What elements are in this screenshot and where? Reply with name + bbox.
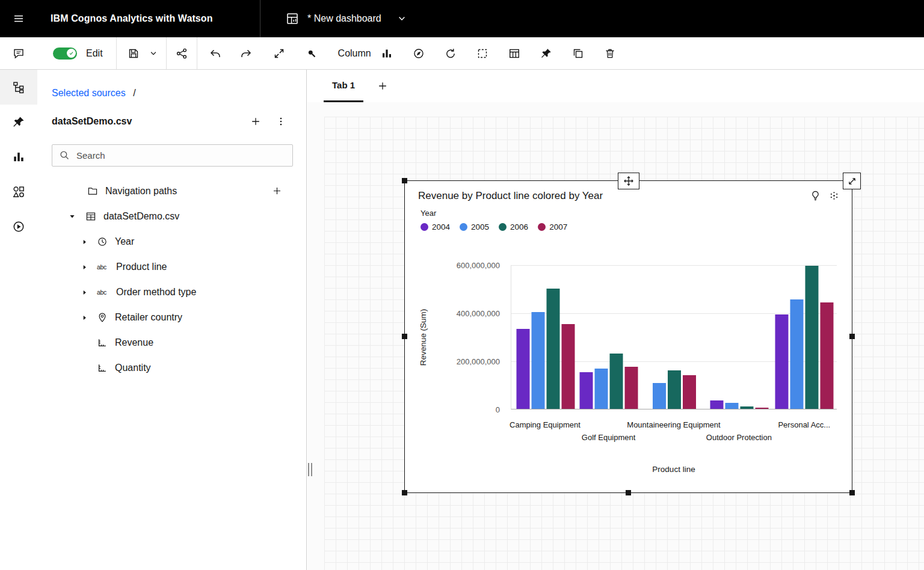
breadcrumb-selected-sources-link[interactable]: Selected sources	[52, 88, 126, 98]
save-button[interactable]	[122, 41, 146, 66]
fullscreen-button[interactable]	[267, 41, 291, 66]
add-tab-button[interactable]	[374, 78, 391, 94]
show-data-table-button[interactable]	[502, 41, 526, 66]
bar[interactable]	[820, 302, 833, 409]
assistant-chat-button[interactable]	[0, 37, 37, 70]
toolbar-divider	[197, 37, 197, 69]
bar[interactable]	[740, 406, 753, 409]
plus-icon	[250, 116, 261, 127]
select-region-button[interactable]	[470, 41, 494, 66]
bar[interactable]	[561, 324, 574, 409]
widget-move-handle[interactable]	[618, 173, 639, 189]
lightbulb-icon[interactable]	[810, 190, 821, 201]
tab-bar: Tab 1	[307, 70, 924, 102]
ai-explore-icon[interactable]	[828, 190, 840, 201]
rail-item-widgets[interactable]	[0, 174, 37, 209]
legend-label: 2006	[510, 222, 528, 231]
caret-right-icon[interactable]	[79, 314, 89, 322]
panel-resize-grip[interactable]	[308, 463, 312, 476]
redo-button[interactable]	[234, 41, 258, 66]
save-options-button[interactable]	[146, 41, 161, 66]
bar[interactable]	[516, 329, 529, 409]
duplicate-button[interactable]	[566, 41, 590, 66]
dataset-overflow-menu-button[interactable]	[273, 113, 289, 130]
tree-item-dataset[interactable]: dataSetDemo.csv	[37, 204, 306, 229]
bar[interactable]	[668, 370, 681, 409]
bar[interactable]	[546, 289, 559, 409]
tree-item-quantity[interactable]: Quantity	[37, 355, 306, 381]
tree-item-product-line[interactable]: abc Product line	[37, 254, 306, 280]
legend-item[interactable]: 2006	[499, 222, 528, 231]
legend-item[interactable]: 2005	[460, 222, 489, 231]
resize-handle-bottom-left[interactable]	[402, 490, 407, 495]
tree-item-revenue[interactable]: Revenue	[37, 330, 306, 355]
bar[interactable]	[755, 408, 768, 409]
tab-1[interactable]: Tab 1	[324, 70, 363, 102]
dashboard-switcher[interactable]: * New dashboard	[260, 12, 407, 25]
bar[interactable]	[610, 354, 623, 409]
chart-type-button[interactable]	[375, 41, 399, 66]
chart-legend: Year 2004200520062007	[420, 209, 567, 231]
bar[interactable]	[725, 403, 738, 409]
legend-swatch	[460, 223, 467, 231]
caret-right-icon[interactable]	[79, 289, 89, 296]
legend-item[interactable]: 2007	[538, 222, 567, 231]
bar[interactable]	[790, 299, 803, 409]
bar[interactable]	[805, 266, 818, 409]
menu-icon	[13, 13, 25, 25]
caret-right-icon[interactable]	[79, 263, 89, 271]
rail-item-visualizations[interactable]	[0, 139, 37, 174]
rail-item-sources[interactable]	[0, 70, 37, 105]
expand-widget-icon	[847, 176, 857, 186]
pointer-mode-button[interactable]	[300, 41, 324, 66]
bar[interactable]	[531, 312, 544, 409]
move-icon	[623, 176, 634, 186]
legend-swatch	[538, 223, 546, 231]
tree-item-navigation-paths[interactable]: Navigation paths	[37, 179, 306, 204]
add-navigation-path-button[interactable]	[272, 186, 282, 196]
tree-item-retailer-country[interactable]: Retailer country	[37, 305, 306, 330]
dashboard-canvas[interactable]: Revenue by Product line colored by Year …	[307, 102, 924, 570]
bar[interactable]	[625, 367, 638, 409]
resize-handle-bottom-right[interactable]	[849, 490, 855, 495]
resize-handle-top-left[interactable]	[402, 178, 407, 183]
pin-widget-button[interactable]	[534, 41, 558, 66]
resize-handle-bottom-center[interactable]	[626, 490, 631, 495]
search-input[interactable]	[52, 144, 293, 167]
legend-label: 2005	[471, 222, 489, 231]
bar[interactable]	[580, 372, 593, 409]
bar[interactable]	[595, 369, 608, 409]
legend-item[interactable]: 2004	[420, 222, 450, 231]
resize-handle-mid-right[interactable]	[849, 334, 855, 339]
pin-icon	[540, 48, 552, 60]
navigate-button[interactable]	[407, 41, 431, 66]
undo-button[interactable]	[203, 41, 227, 66]
add-source-button[interactable]	[247, 113, 264, 130]
caret-right-icon[interactable]	[79, 238, 89, 246]
reset-widget-button[interactable]	[439, 41, 463, 66]
bar[interactable]	[710, 400, 723, 409]
share-button[interactable]	[170, 41, 194, 66]
y-tick-label: 600,000,000	[457, 261, 500, 270]
tree-item-year[interactable]: Year	[37, 229, 306, 254]
delete-button[interactable]	[598, 41, 622, 66]
tree-item-label: Revenue	[115, 337, 153, 348]
reset-icon	[445, 48, 457, 60]
rail-item-pins[interactable]	[0, 105, 37, 139]
tree-item-label: Order method type	[116, 287, 196, 298]
data-table-icon	[85, 211, 96, 222]
caret-down-icon[interactable]	[67, 212, 77, 221]
bar-group	[580, 354, 638, 409]
plot-area	[511, 265, 837, 409]
rail-item-data[interactable]	[0, 209, 37, 244]
bar[interactable]	[653, 383, 666, 409]
hamburger-menu-button[interactable]	[0, 0, 37, 37]
bar[interactable]	[683, 375, 696, 409]
widget-expand-button[interactable]	[843, 173, 861, 189]
chart-widget[interactable]: Revenue by Product line colored by Year …	[404, 180, 852, 493]
dataset-title: dataSetDemo.csv	[52, 116, 247, 127]
tree-item-order-method-type[interactable]: abc Order method type	[37, 280, 306, 305]
bar[interactable]	[775, 314, 788, 409]
sources-icon	[12, 81, 25, 94]
edit-toggle[interactable]	[53, 48, 77, 60]
